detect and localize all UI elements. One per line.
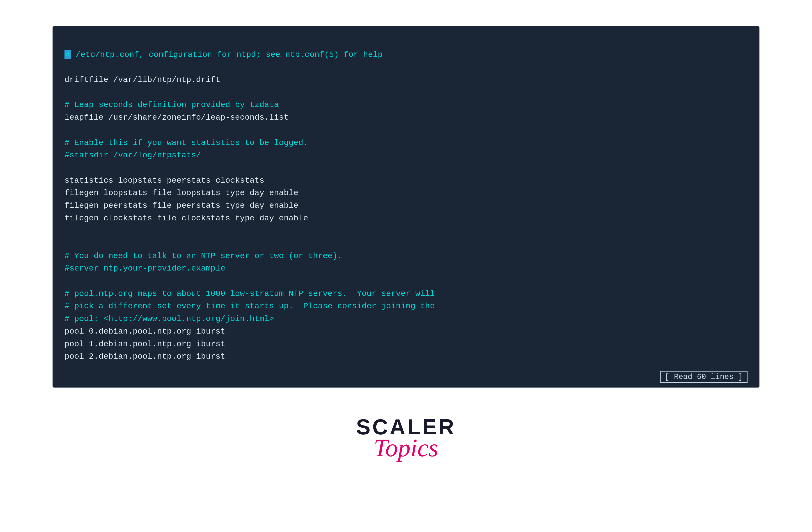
terminal-content: # /etc/ntp.conf, configuration for ntpd;… xyxy=(64,36,748,375)
line-22: # pool: <http://www.pool.ntp.org/join.ht… xyxy=(64,314,274,323)
line-1: # /etc/ntp.conf, configuration for ntpd;… xyxy=(64,50,382,59)
line-14: filegen clockstats file clockstats type … xyxy=(64,214,308,223)
line-13: filegen peerstats file peerstats type da… xyxy=(64,201,298,210)
line-5: # Leap seconds definition provided by tz… xyxy=(64,100,279,109)
line-21: # pick a different set every time it sta… xyxy=(64,301,435,311)
line-18: #server ntp.your-provider.example xyxy=(64,264,225,273)
line-9: #statsdir /var/log/ntpstats/ xyxy=(64,151,201,160)
line-8: # Enable this if you want statistics to … xyxy=(64,138,308,147)
line-12: filegen loopstats file loopstats type da… xyxy=(64,188,298,197)
line-24: pool 1.debian.pool.ntp.org iburst xyxy=(64,340,225,349)
status-bar: [ Read 60 lines ] xyxy=(660,371,748,383)
line-20: # pool.ntp.org maps to about 1000 low-st… xyxy=(64,289,435,298)
line-3: driftfile /var/lib/ntp/ntp.drift xyxy=(64,75,220,84)
line-25: pool 2.debian.pool.ntp.org iburst xyxy=(64,352,225,361)
logo: SCALER Topics xyxy=(356,416,456,460)
line-23: pool 0.debian.pool.ntp.org iburst xyxy=(64,327,225,336)
line-11: statistics loopstats peerstats clockstat… xyxy=(64,176,264,185)
line-6: leapfile /usr/share/zoneinfo/leap-second… xyxy=(64,113,289,122)
line-17: # You do need to talk to an NTP server o… xyxy=(64,251,342,261)
logo-topics-text: Topics xyxy=(374,435,438,460)
terminal-window: # /etc/ntp.conf, configuration for ntpd;… xyxy=(53,26,759,387)
